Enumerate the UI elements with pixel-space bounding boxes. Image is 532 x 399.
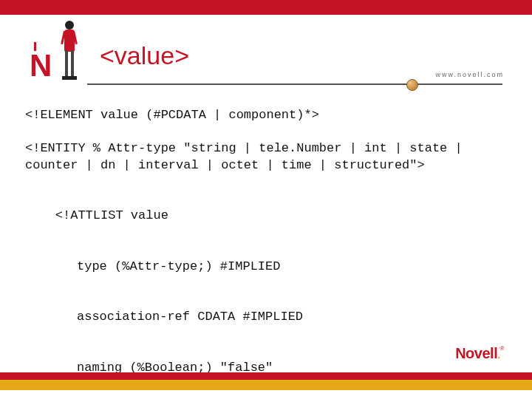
header-bead-icon bbox=[406, 79, 418, 91]
novell-n-logo: N bbox=[30, 55, 59, 82]
attlist-line: type (%Attr-type;) #IMPLIED bbox=[25, 259, 505, 276]
logo-letter: N bbox=[30, 48, 50, 83]
dtd-entity: <!ENTITY % Attr-type "string | tele.Numb… bbox=[25, 140, 505, 174]
slide-title: <value> bbox=[100, 41, 189, 70]
header-rule bbox=[87, 83, 502, 85]
attlist-open: <!ATTLIST value bbox=[55, 208, 168, 222]
brand-url: www.novell.com bbox=[435, 71, 504, 78]
attlist-line: association-ref CDATA #IMPLIED bbox=[25, 309, 505, 326]
slide-header: N <value> www.novell.com bbox=[0, 15, 532, 92]
slide-body: <!ELEMENT value (#PCDATA | component)*> … bbox=[25, 107, 505, 399]
footer-novell-logo: Novell.® bbox=[455, 345, 504, 362]
footer-brand-name: Novell bbox=[455, 345, 497, 361]
top-accent-bar bbox=[0, 0, 532, 15]
footer-bars bbox=[0, 366, 532, 399]
dtd-element: <!ELEMENT value (#PCDATA | component)*> bbox=[25, 107, 505, 124]
